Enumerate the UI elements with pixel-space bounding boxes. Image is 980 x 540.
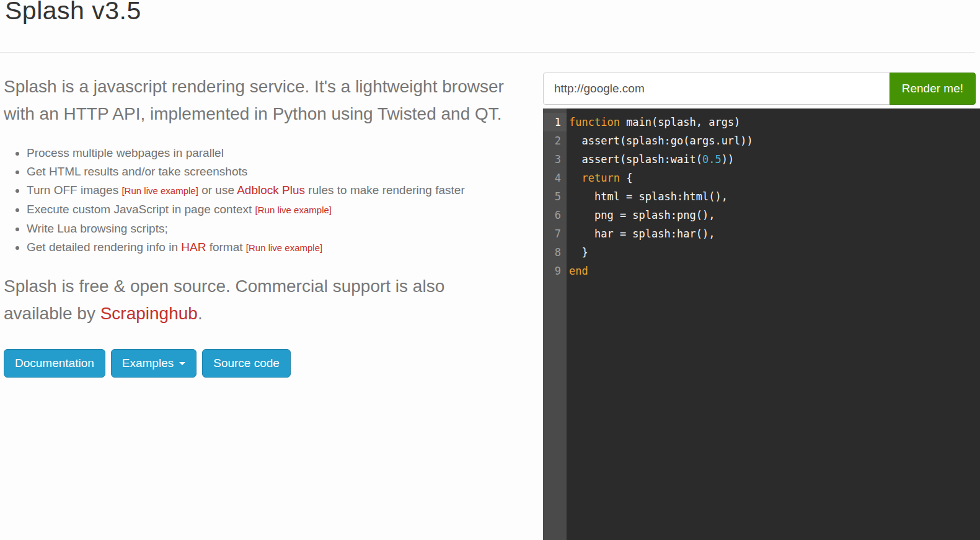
render-button[interactable]: Render me!	[890, 73, 976, 105]
code-token: ))	[722, 153, 734, 166]
code-line: 5 html = splash:html(),	[543, 187, 980, 206]
har-link[interactable]: HAR	[181, 241, 206, 254]
keyword-token: function	[569, 116, 620, 128]
text-segment: Get detailed rendering info in	[27, 241, 181, 254]
text-segment: .	[198, 304, 203, 323]
code-line-text: html = splash:html(),	[567, 187, 728, 206]
code-token: assert(splash:wait(	[569, 153, 702, 166]
code-area: 1function main(splash, args)2 assert(spl…	[543, 108, 980, 280]
list-item: Get HTML results and/or take screenshots	[27, 162, 490, 181]
url-input-group: Render me!	[543, 73, 976, 105]
line-number: 2	[543, 131, 567, 150]
examples-button-label: Examples	[122, 356, 174, 370]
line-number: 8	[543, 243, 567, 262]
run-live-example-link[interactable]: [Run live example]	[255, 205, 332, 215]
text-segment: Process multiple webpages in parallel	[27, 146, 224, 159]
code-line-text: har = splash:har(),	[567, 224, 715, 243]
documentation-button-label: Documentation	[15, 356, 94, 370]
page-title: Splash v3.5	[5, 0, 141, 25]
list-item: Write Lua browsing scripts;	[27, 219, 490, 238]
code-token: png = splash:png(),	[569, 209, 715, 221]
code-line-text: assert(splash:wait(0.5))	[567, 150, 734, 169]
source-code-button[interactable]: Source code	[202, 349, 291, 378]
url-input[interactable]	[543, 73, 890, 105]
caret-down-icon	[179, 362, 185, 365]
description-column: Splash is a javascript rendering service…	[4, 67, 509, 378]
support-paragraph: Splash is free & open source. Commercial…	[4, 273, 509, 327]
line-number: 9	[543, 262, 567, 280]
code-token: {	[620, 172, 632, 184]
code-line: 1function main(splash, args)	[543, 113, 980, 131]
action-buttons-row: Documentation Examples Source code	[4, 349, 509, 378]
code-token: har = splash:har(),	[569, 228, 715, 240]
documentation-button[interactable]: Documentation	[4, 349, 105, 378]
intro-paragraph: Splash is a javascript rendering service…	[4, 73, 509, 128]
list-item: Get detailed rendering info in HAR forma…	[27, 238, 490, 257]
line-number: 5	[543, 187, 567, 206]
code-line-text: return {	[567, 169, 632, 187]
code-token: html = splash:html(),	[569, 190, 728, 203]
line-number: 3	[543, 150, 567, 169]
run-live-example-link[interactable]: [Run live example]	[246, 242, 322, 253]
text-segment: Splash is free & open source. Commercial…	[4, 277, 444, 323]
code-editor[interactable]: 1function main(splash, args)2 assert(spl…	[543, 108, 980, 540]
code-token: assert(splash:go(args.url))	[569, 135, 753, 147]
code-line-text: function main(splash, args)	[567, 113, 740, 131]
line-number: 4	[543, 169, 567, 187]
code-line: 4 return {	[543, 169, 980, 187]
code-token: }	[569, 246, 588, 259]
render-panel: Render me! 1function main(splash, args)2…	[543, 73, 980, 540]
header-divider	[0, 52, 975, 53]
number-token: 0.5	[702, 153, 722, 166]
line-number: 6	[543, 206, 567, 224]
code-line: 6 png = splash:png(),	[543, 206, 980, 224]
run-live-example-link[interactable]: [Run live example]	[121, 185, 198, 196]
text-segment: or use	[198, 184, 237, 197]
code-line: 2 assert(splash:go(args.url))	[543, 131, 980, 150]
code-line: 7 har = splash:har(),	[543, 224, 980, 243]
text-segment: Turn OFF images	[27, 184, 121, 197]
code-line-text: end	[567, 262, 588, 280]
line-number: 7	[543, 224, 567, 243]
text-segment: Write Lua browsing scripts;	[27, 222, 168, 235]
list-item: Process multiple webpages in parallel	[27, 144, 490, 162]
text-segment: Execute custom JavaScript in page contex…	[27, 203, 255, 216]
adblock-plus-link[interactable]: Adblock Plus	[237, 184, 305, 197]
text-segment: format	[206, 241, 245, 254]
scrapinghub-link[interactable]: Scrapinghub	[100, 304, 198, 323]
text-segment: Get HTML results and/or take screenshots	[27, 165, 247, 178]
examples-button[interactable]: Examples	[111, 349, 196, 378]
line-number: 1	[543, 113, 567, 131]
source-code-button-label: Source code	[213, 356, 280, 370]
keyword-token: end	[569, 265, 588, 277]
code-line-text: assert(splash:go(args.url))	[567, 131, 753, 150]
splash-landing-page: Splash v3.5 Splash is a javascript rende…	[0, 0, 980, 540]
list-item: Execute custom JavaScript in page contex…	[27, 200, 490, 219]
feature-list: Process multiple webpages in parallelGet…	[4, 144, 490, 257]
code-token: main(splash, args)	[620, 116, 740, 128]
keyword-token: return	[581, 172, 619, 184]
list-item: Turn OFF images [Run live example] or us…	[27, 181, 490, 200]
code-line: 8 }	[543, 243, 980, 262]
code-line: 3 assert(splash:wait(0.5))	[543, 150, 980, 169]
code-line-text: png = splash:png(),	[567, 206, 715, 224]
code-line: 9end	[543, 262, 980, 280]
code-token	[569, 172, 581, 184]
code-line-text: }	[567, 243, 588, 262]
text-segment: rules to make rendering faster	[305, 184, 465, 197]
